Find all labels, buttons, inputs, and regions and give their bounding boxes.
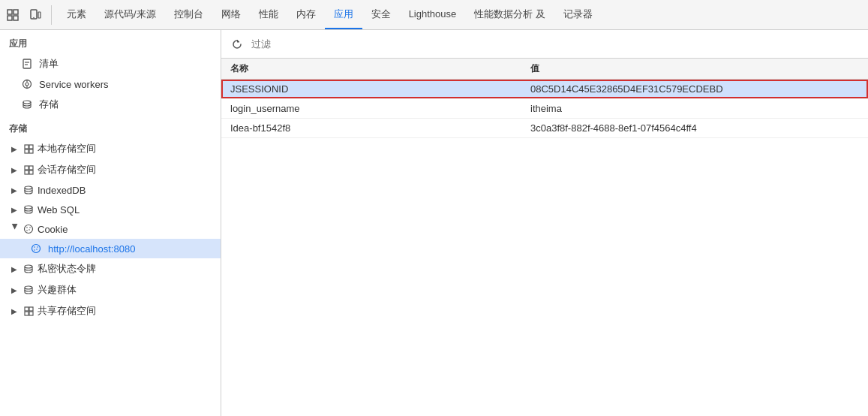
sidebar-item-indexeddb[interactable]: ▶ IndexedDB [0,180,221,200]
svg-rect-5 [38,12,41,18]
sidebar-label-qingdan: 清单 [39,57,59,71]
cell-value: 3c0a3f8f-882f-4688-8ef1-07f4564c4ff4 [521,119,868,138]
filter-bar [221,30,868,59]
tab-nav: 元素 源代码/来源 控制台 网络 性能 内存 应用 安全 Lighthouse … [58,0,602,29]
sidebar-item-xingqu-qunti[interactable]: ▶ 兴趣群体 [0,279,221,300]
svg-point-35 [25,265,32,268]
storage-icon [21,98,33,110]
sidebar-label-service-workers: Service workers [39,79,108,90]
svg-rect-2 [8,16,12,20]
sidebar-label-local-storage: 本地存储空间 [38,142,96,155]
arrow-right-icon-indexeddb: ▶ [9,185,20,195]
svg-rect-0 [8,10,12,14]
sidebar-item-cunchuqi[interactable]: 存储 [0,94,221,115]
svg-rect-20 [29,166,33,170]
table-row[interactable]: login_usernameitheima [221,99,868,119]
svg-point-23 [25,186,32,189]
toolbar-icons [3,5,52,25]
svg-point-25 [25,225,33,234]
sidebar-app-section-label: 应用 [0,30,221,53]
sidebar-label-cookie: Cookie [38,224,68,235]
svg-rect-1 [14,10,18,14]
sidebar-label-session-storage: 会话存储空间 [38,163,96,176]
svg-point-34 [37,246,38,248]
inspect-icon[interactable] [3,5,23,25]
content-panel: 名称 值 JSESSIONID08C5D14C45E32865D4EF31C57… [221,30,868,416]
column-header-value: 值 [521,59,868,80]
tab-yuandaima[interactable]: 源代码/来源 [95,0,165,29]
sidebar-item-service-workers[interactable]: Service workers [0,74,221,94]
sidebar-item-private-state[interactable]: ▶ 私密状态令牌 [0,258,221,279]
grid-icon-gongxiang [23,305,35,317]
tab-wangluo[interactable]: 网络 [212,0,250,29]
svg-point-32 [36,249,38,250]
tab-xingnengshuju[interactable]: 性能数据分析 及 [465,0,554,29]
tab-yuansu[interactable]: 元素 [58,0,95,29]
svg-rect-40 [29,312,33,315]
sidebar-item-websql[interactable]: ▶ Web SQL [0,200,221,219]
service-workers-icon [21,78,33,90]
arrow-right-icon-private: ▶ [9,264,20,274]
device-toggle-icon[interactable] [26,5,45,25]
sidebar-item-cookie[interactable]: ▶ Cookie [0,219,221,239]
main-area: 应用 清单 Service workers 存储 存储 ▶ [0,30,868,416]
cookie-icon [23,223,35,235]
sidebar-label-indexeddb: IndexedDB [38,185,86,196]
svg-rect-17 [25,149,29,153]
svg-point-11 [26,83,29,86]
svg-point-26 [26,227,28,228]
grid-icon-session [23,164,35,176]
sidebar-label-gongxiang: 共享存储空间 [38,304,96,318]
sidebar-label-websql: Web SQL [38,204,80,216]
sidebar-item-session-storage[interactable]: ▶ 会话存储空间 [0,159,221,180]
cell-value: itheima [521,99,868,119]
svg-point-28 [26,230,28,231]
tab-kongzhitai[interactable]: 控制台 [165,0,212,29]
grid-icon-local [23,143,35,155]
db-icon-websql [23,203,35,216]
sidebar: 应用 清单 Service workers 存储 存储 ▶ [0,30,221,416]
cell-value: 08C5D14C45E32865D4EF31C579ECDEBD [521,80,868,99]
sidebar-label-xingqu-qunti: 兴趣群体 [38,283,77,297]
arrow-right-icon-xingqu: ▶ [9,285,20,295]
tab-lighthouse[interactable]: Lighthouse [400,0,466,29]
sidebar-label-private-state: 私密状态令牌 [38,262,96,276]
db-icon-xingqu [23,284,35,296]
svg-rect-16 [29,145,33,149]
table-row[interactable]: Idea-bf1542f83c0a3f8f-882f-4688-8ef1-07f… [221,119,868,138]
data-table: 名称 值 JSESSIONID08C5D14C45E32865D4EF31C57… [221,59,868,416]
svg-point-30 [32,245,41,253]
svg-point-6 [33,17,35,18]
sidebar-item-gongxiang[interactable]: ▶ 共享存储空间 [0,300,221,321]
tab-jiluzhe[interactable]: 记录器 [554,0,602,29]
arrow-right-icon-session: ▶ [9,164,20,175]
sidebar-storage-section-label: 存储 [0,115,221,138]
svg-rect-3 [14,16,18,20]
svg-point-33 [34,249,35,251]
tab-xingneng[interactable]: 性能 [250,0,287,29]
arrow-right-icon-gongxiang: ▶ [9,306,20,316]
svg-rect-15 [25,145,29,149]
sidebar-label-localhost-8080: http://localhost:8080 [48,243,135,255]
table-row[interactable]: JSESSIONID08C5D14C45E32865D4EF31C579ECDE… [221,80,868,99]
svg-rect-7 [23,59,31,68]
top-toolbar: 元素 源代码/来源 控制台 网络 性能 内存 应用 安全 Lighthouse … [0,0,868,30]
cell-name: JSESSIONID [221,80,521,99]
svg-rect-22 [29,170,33,174]
filter-input[interactable] [251,38,860,50]
arrow-right-icon-websql: ▶ [9,204,20,215]
svg-rect-37 [25,307,29,311]
sidebar-item-qingdan[interactable]: 清单 [0,53,221,74]
tab-yingyong[interactable]: 应用 [325,0,362,29]
svg-point-27 [29,229,30,231]
sidebar-item-localhost-8080[interactable]: http://localhost:8080 [0,239,221,258]
tab-anquan[interactable]: 安全 [362,0,400,29]
refresh-button[interactable] [229,36,245,53]
svg-rect-21 [25,170,29,174]
sidebar-item-local-storage[interactable]: ▶ 本地存储空间 [0,138,221,159]
svg-point-24 [25,206,32,209]
tab-neicun[interactable]: 内存 [287,0,325,29]
cell-name: Idea-bf1542f8 [221,119,521,138]
arrow-down-icon-cookie: ▶ [9,224,20,234]
svg-rect-19 [25,166,29,170]
